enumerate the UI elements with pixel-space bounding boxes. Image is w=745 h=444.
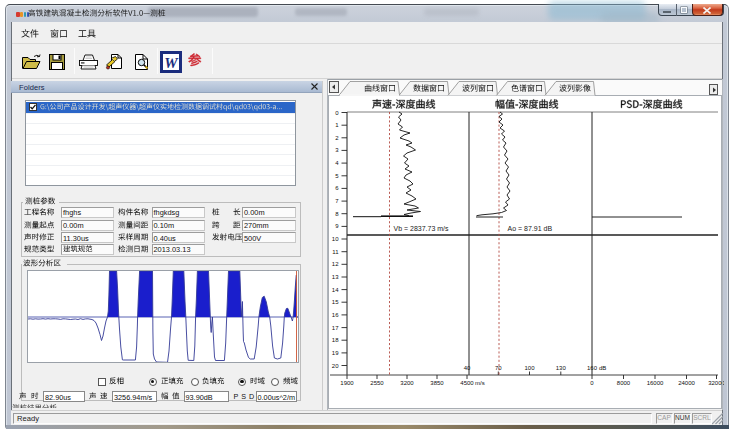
svg-text:3200: 3200	[400, 380, 414, 386]
svg-text:15: 15	[332, 299, 339, 305]
svg-text:24000: 24000	[678, 380, 695, 386]
svg-text:13: 13	[332, 274, 339, 280]
svg-text:7: 7	[335, 198, 339, 204]
svg-text:3: 3	[335, 147, 339, 153]
svg-text:10: 10	[332, 236, 339, 242]
svg-text:5: 5	[335, 173, 339, 179]
svg-text:160: 160	[587, 365, 598, 371]
svg-text:Vb = 2837.73 m/s: Vb = 2837.73 m/s	[394, 225, 450, 232]
svg-text:11: 11	[332, 249, 339, 255]
svg-text:18: 18	[332, 337, 339, 343]
svg-text:0: 0	[335, 110, 339, 116]
svg-text:16000: 16000	[647, 380, 664, 386]
svg-text:3850: 3850	[430, 380, 444, 386]
svg-text:6: 6	[335, 185, 339, 191]
svg-text:4500: 4500	[460, 380, 474, 386]
svg-text:8: 8	[335, 211, 339, 217]
svg-text:17: 17	[332, 325, 339, 331]
svg-text:16: 16	[332, 312, 339, 318]
svg-text:Ao = 87.91 dB: Ao = 87.91 dB	[508, 225, 553, 232]
svg-text:0: 0	[590, 380, 594, 386]
svg-text:1: 1	[335, 122, 339, 128]
svg-text:14: 14	[332, 287, 339, 293]
svg-text:9: 9	[335, 223, 339, 229]
svg-text:2550: 2550	[370, 380, 384, 386]
svg-text:2: 2	[335, 135, 339, 141]
svg-text:12: 12	[332, 261, 339, 267]
svg-text:4: 4	[335, 160, 339, 166]
svg-text:20: 20	[332, 363, 339, 369]
svg-text:100: 100	[524, 365, 535, 371]
svg-text:19: 19	[332, 350, 339, 356]
svg-text:m/s: m/s	[475, 380, 485, 386]
svg-text:dB: dB	[599, 365, 606, 371]
svg-text:40: 40	[464, 365, 471, 371]
svg-text:130: 130	[556, 365, 567, 371]
svg-text:1900: 1900	[340, 380, 354, 386]
svg-text:W: W	[164, 55, 179, 71]
svg-text:8000: 8000	[617, 380, 631, 386]
